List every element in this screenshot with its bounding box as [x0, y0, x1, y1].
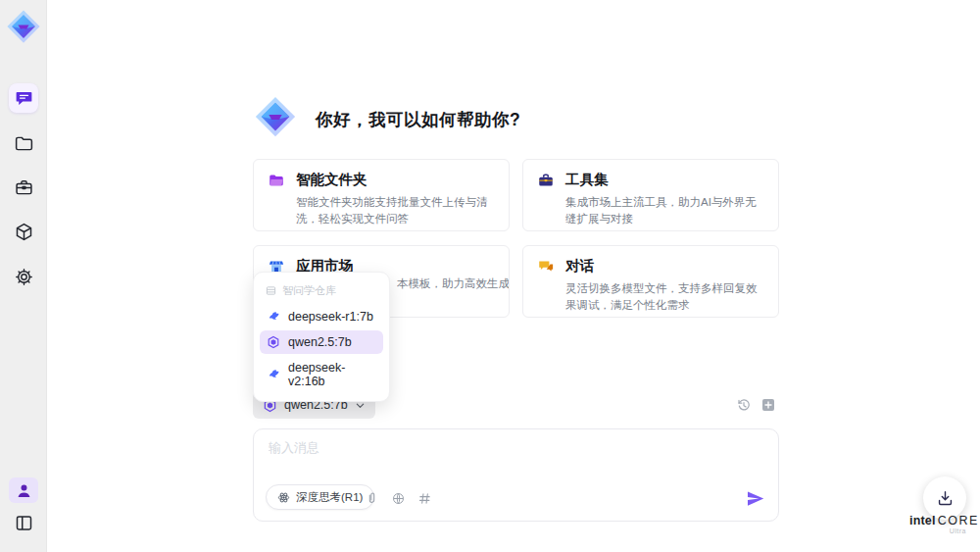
deep-think-label: 深度思考(R1) [296, 490, 363, 505]
folder-purple-icon [268, 172, 285, 189]
core-wordmark: core [938, 514, 979, 527]
chat-input-box: 深度思考(R1) [253, 428, 779, 522]
page-title: 你好，我可以如何帮助你? [316, 108, 520, 131]
card-conversation[interactable]: 对话 灵活切换多模型文件，支持多样回复效果调试，满足个性化需求 [522, 245, 779, 318]
hash-icon[interactable] [417, 491, 432, 506]
new-chat-icon[interactable] [760, 397, 776, 413]
download-icon [936, 489, 955, 508]
deepseek-logo [267, 310, 280, 324]
send-button[interactable] [746, 489, 764, 508]
message-input[interactable] [269, 439, 739, 478]
card-title: 智能文件夹 [296, 171, 368, 189]
card-description-partial: 本模板，助力高效生成多 [397, 276, 509, 291]
sidebar-item-chat[interactable] [9, 83, 38, 113]
card-toolset[interactable]: 工具集 集成市场上主流工具，助力AI与外界无缝扩展与对接 [522, 159, 779, 231]
model-dropdown: 智问学仓库 deepseek-r1:7b qwen2.5:7b deepseek… [253, 272, 390, 402]
atom-icon [277, 491, 290, 504]
deep-think-toggle[interactable]: 深度思考(R1) [266, 484, 374, 510]
card-title: 对话 [565, 257, 594, 276]
gear-icon [14, 267, 34, 287]
panel-icon [14, 513, 34, 533]
sidebar-item-panel-toggle[interactable] [9, 508, 38, 537]
sidebar-item-models[interactable] [9, 217, 38, 246]
card-description: 智能文件夹功能支持批量文件上传与清洗，轻松实现文件问答 [296, 194, 495, 226]
briefcase-icon [14, 177, 34, 198]
model-option-qwen[interactable]: qwen2.5:7b [260, 330, 383, 354]
repo-icon [266, 285, 276, 296]
deepseek-logo [267, 368, 280, 381]
intel-core-badge: intelcore Ultra [909, 511, 970, 534]
sidebar-item-folders[interactable] [9, 128, 38, 158]
globe-icon[interactable] [391, 491, 406, 506]
history-icon[interactable] [736, 397, 752, 413]
card-smart-folder[interactable]: 智能文件夹 智能文件夹功能支持批量文件上传与清洗，轻松实现文件问答 [253, 159, 510, 231]
user-icon [14, 480, 34, 501]
attachment-icon[interactable] [365, 491, 379, 506]
sidebar-item-user[interactable] [9, 477, 38, 503]
folder-icon [14, 133, 34, 154]
sidebar-item-toolbox[interactable] [9, 173, 38, 202]
model-option-deepseek-r1[interactable]: deepseek-r1:7b [260, 305, 383, 328]
qwen-logo [267, 335, 280, 349]
card-description: 灵活切换多模型文件，支持多样回复效果调试，满足个性化需求 [565, 280, 764, 313]
send-icon [746, 489, 764, 508]
model-dropdown-header: 智问学仓库 [260, 278, 383, 305]
card-description: 集成市场上主流工具，助力AI与外界无缝扩展与对接 [565, 194, 764, 226]
briefcase-navy-icon [537, 172, 555, 189]
intel-wordmark: intel [909, 514, 936, 527]
app-logo-icon [5, 8, 42, 45]
model-option-deepseek-v2[interactable]: deepseek-v2:16b [260, 356, 383, 393]
card-title: 工具集 [565, 171, 609, 189]
app-window: 你好，我可以如何帮助你? 智能文件夹 智能文件夹功能支持批量文件上传与清洗，轻松… [0, 0, 980, 552]
sidebar-item-settings[interactable] [9, 262, 38, 291]
core-tier-label: Ultra [909, 527, 970, 534]
greeting-logo-icon [253, 94, 298, 139]
chat-icon [14, 88, 34, 109]
sidebar [0, 0, 47, 552]
chat-gold-icon [537, 258, 555, 276]
cube-icon [14, 222, 34, 242]
